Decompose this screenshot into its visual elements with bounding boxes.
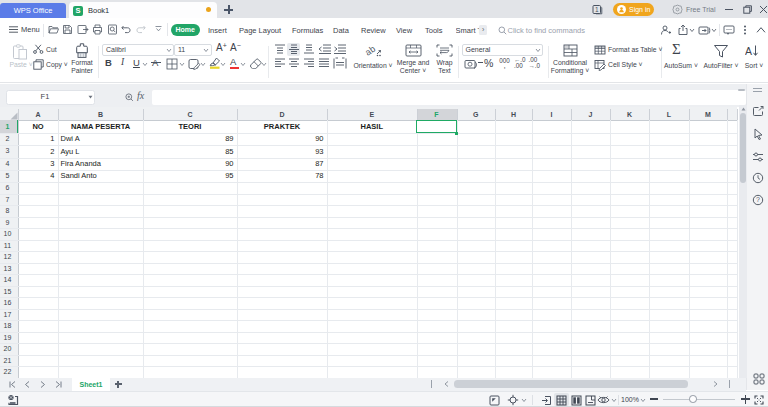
svg-text:A: A [745,45,752,57]
svg-text:ab: ab [365,44,377,58]
svg-text:1: 1 [595,6,599,13]
svg-text:?: ? [756,196,760,203]
